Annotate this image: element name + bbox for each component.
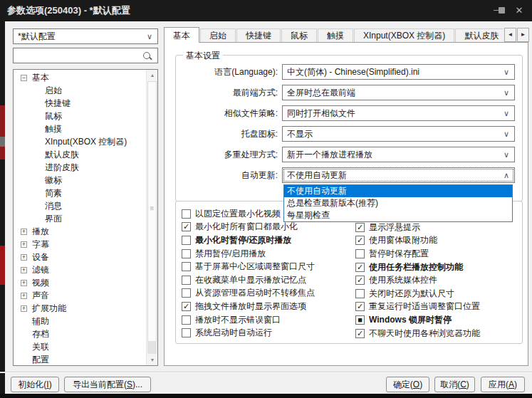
initialize-button[interactable]: 初始化(I) [11, 377, 59, 392]
search-icon[interactable] [142, 51, 152, 61]
ok-button[interactable]: 确定(O) [386, 377, 429, 392]
checkbox-box[interactable]: ✓ [355, 223, 365, 232]
tree-item-interface[interactable]: 界面 [14, 212, 146, 225]
tree-item-subtitles[interactable]: +字幕 [14, 238, 146, 251]
expand-icon[interactable]: + [21, 254, 27, 261]
dropdown-option-weekly-check[interactable]: 每星期检查 [284, 209, 512, 221]
tab-scroll-right-icon[interactable]: ► [517, 28, 529, 42]
tray-icon-select[interactable]: 不显示 ∨ [282, 126, 515, 142]
tree-item-xinput[interactable]: XInput(XBOX 控制器) [14, 135, 146, 148]
tree-scrollbar[interactable]: ▲ ≡ ▼ [146, 70, 157, 365]
dropdown-option-no-update[interactable]: 不使用自动更新 [284, 185, 512, 197]
checkbox-no-focus-steal[interactable]: 从资源管理器启动时不转移焦点 [182, 287, 315, 300]
tree-item-assist[interactable]: 辅助 [14, 315, 146, 328]
tree-item-advanced-skin[interactable]: 进阶皮肤 [14, 161, 146, 174]
expand-icon[interactable]: + [21, 280, 27, 286]
checkbox-box[interactable]: ■ [355, 315, 365, 325]
tree-item-start[interactable]: 启始 [14, 84, 146, 97]
checkbox-system-media-controls[interactable]: ✓使用系统媒体控件 [355, 273, 480, 287]
apply-button[interactable]: 应用(A) [481, 377, 525, 392]
close-icon[interactable]: ✕ [512, 4, 526, 18]
checkbox-drag-drop-options[interactable]: ✓拖拽文件播放时显示界面选项 [182, 300, 315, 313]
cancel-button[interactable]: 取消(C) [434, 377, 475, 392]
search-input[interactable] [16, 50, 139, 61]
checkbox-box[interactable] [182, 276, 191, 285]
checkbox-adjust-window-position[interactable]: ✓重复运行时适当调整窗口位置 [355, 300, 480, 314]
scrollbar-thumb[interactable]: ≡ [147, 81, 157, 342]
checkbox-pause-on-lock-screen[interactable]: ■Windows 锁屏时暂停 [355, 313, 480, 327]
tree-item-config[interactable]: 配置 [14, 353, 146, 366]
tab-mouse[interactable]: 鼠标 [281, 28, 317, 43]
tree-item-logo[interactable]: 徽标 [14, 174, 146, 187]
checkbox-browser-functions[interactable]: ✓不聊天时使用各种浏览器功能 [355, 327, 480, 340]
tree-item-simple[interactable]: 简素 [14, 187, 146, 199]
checkbox-box[interactable]: ✓ [182, 302, 191, 311]
topmost-select[interactable]: 全屏时总在最前端 ∨ [282, 85, 515, 100]
tree-item-basic[interactable]: −基本 [14, 71, 146, 84]
checkbox-box[interactable]: ✓ [355, 236, 365, 245]
scrollbar-track[interactable] [147, 341, 157, 354]
profile-select[interactable]: *默认配置 ∨ [13, 28, 158, 44]
checkbox-save-config-on-pause[interactable]: 暂停时保存配置 [355, 247, 480, 261]
scroll-down-icon[interactable]: ▼ [147, 355, 158, 365]
language-select[interactable]: 中文(简体) - Chinese(Simplified).ini ∨ [282, 64, 515, 80]
checkbox-box[interactable]: ✓ [182, 222, 191, 231]
expand-icon[interactable]: + [21, 241, 27, 248]
checkbox-restore-default-size[interactable]: 关闭时还原为默认尺寸 [355, 287, 480, 300]
checkbox-box[interactable] [182, 236, 191, 245]
checkbox-box[interactable] [182, 315, 191, 325]
scroll-up-icon[interactable]: ▲ [147, 70, 158, 80]
tree-item-default-skin[interactable]: 默认皮肤 [14, 148, 146, 161]
expand-icon[interactable]: + [21, 229, 27, 235]
checkbox-box[interactable]: ✓ [355, 276, 365, 285]
tree-item-archive[interactable]: 存档 [14, 328, 146, 340]
checkbox-run-at-startup[interactable]: 系统启动时自动运行 [182, 326, 315, 340]
checkbox-resize-screen-center[interactable]: 基于屏幕中心区域调整窗口尺寸 [182, 260, 315, 273]
checkbox-box[interactable] [182, 328, 191, 337]
tree-item-association[interactable]: 关联 [14, 340, 146, 353]
checkbox-box[interactable] [182, 249, 191, 258]
export-config-button[interactable]: 导出当前配置(S)... [64, 377, 151, 392]
tree-item-hotkeys[interactable]: 快捷键 [14, 97, 146, 110]
tab-basic[interactable]: 基本 [164, 27, 199, 43]
tab-start[interactable]: 启始 [200, 28, 236, 43]
tab-hotkeys[interactable]: 快捷键 [236, 28, 281, 43]
checkbox-box[interactable] [182, 288, 191, 298]
checkbox-disable-pause[interactable]: 禁用暂停/启用播放 [182, 247, 315, 261]
tree-item-filters[interactable]: +滤镜 [14, 263, 146, 276]
multi-instance-select[interactable]: 新开一个播放进程播放 ∨ [282, 147, 515, 162]
checkbox-box[interactable]: ✓ [355, 263, 365, 272]
checkbox-box[interactable] [355, 289, 365, 298]
collapse-icon[interactable]: − [21, 75, 27, 81]
checkbox-box[interactable]: ✓ [355, 329, 365, 338]
checkbox-window-snap[interactable]: ✓使用窗体吸附功能 [355, 234, 480, 248]
checkbox-taskbar-controls[interactable]: ✓使用任务栏播放控制功能 [355, 261, 480, 274]
tree-item-touch[interactable]: 触摸 [14, 122, 146, 135]
tree-item-video[interactable]: +视频 [14, 276, 146, 289]
auto-update-select[interactable]: 不使用自动更新 ∧ [282, 167, 515, 183]
expand-icon[interactable]: + [21, 267, 27, 273]
dropdown-option-always-check[interactable]: 总是检查最新版本(推荐) [284, 197, 512, 209]
tree-item-mouse[interactable]: 鼠标 [14, 110, 146, 122]
checkbox-box[interactable] [182, 209, 191, 219]
pin-icon[interactable] [494, 6, 506, 16]
tab-touch[interactable]: 触摸 [318, 28, 353, 43]
checkbox-box[interactable] [355, 249, 365, 258]
expand-icon[interactable]: + [21, 293, 27, 299]
tree-item-extensions[interactable]: +扩展功能 [14, 302, 146, 315]
checkbox-box[interactable] [182, 262, 191, 271]
tab-xinput[interactable]: XInput(XBOX 控制器) [354, 28, 454, 43]
checkbox-box[interactable]: ✓ [355, 302, 365, 311]
tree-item-devices[interactable]: +设备 [14, 251, 146, 263]
tab-default-skin[interactable]: 默认皮肤 [455, 28, 503, 43]
checkbox-minimize-all-windows[interactable]: ✓最小化时所有窗口都最小化 [182, 221, 315, 234]
tab-scroll-left-icon[interactable]: ◄ [504, 28, 516, 42]
tree-item-messages[interactable]: 消息 [14, 199, 146, 212]
similar-files-select[interactable]: 同时打开相似文件 ∨ [282, 105, 515, 121]
checkbox-hide-error-window[interactable]: 播放时不显示错误窗口 [182, 313, 315, 327]
expand-icon[interactable]: + [21, 305, 27, 312]
checkbox-pause-on-minimize[interactable]: 最小化时暂停/还原时播放 [182, 234, 315, 247]
tree-item-audio[interactable]: +声音 [14, 289, 146, 302]
tree-item-playback[interactable]: +播放 [14, 225, 146, 238]
checkbox-show-tooltips[interactable]: ✓显示浮悬提示 [355, 221, 480, 234]
